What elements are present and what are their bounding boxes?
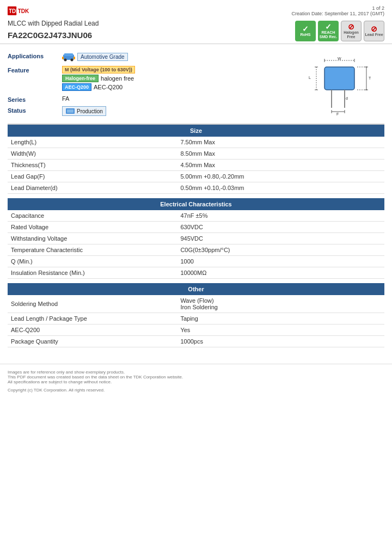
spec-label: Withstanding Voltage bbox=[8, 233, 177, 244]
spec-value: 10000MΩ bbox=[177, 267, 384, 279]
attributes-section: Applications Automotive Grade bbox=[8, 48, 384, 125]
spec-value: 47nF ±5% bbox=[177, 210, 384, 222]
tdk-logo: TDK TDK bbox=[8, 5, 99, 17]
component-diagram-svg: L W F d T bbox=[305, 56, 376, 116]
electrical-table: Capacitance47nF ±5%Rated Voltage630VDCWi… bbox=[8, 210, 384, 279]
spec-label: Temperature Characteristic bbox=[8, 244, 177, 256]
product-type: MLCC with Dipped Radial Lead bbox=[8, 20, 99, 27]
automotive-icon bbox=[62, 52, 75, 62]
compliance-badges: ✓ RoHS ✓ REACH SMD Rec. ⊘ Halogen Free ⊘… bbox=[295, 21, 384, 41]
feature-value: M (Mid Voltage (100 to 630V)) Halogen-fr… bbox=[62, 66, 297, 92]
feature-aec-text: AEC-Q200 bbox=[94, 84, 122, 90]
spec-label: Lead Diameter(d) bbox=[8, 182, 177, 194]
table-row: Length(L)7.50mm Max bbox=[8, 137, 384, 148]
feature-row: Feature M (Mid Voltage (100 to 630V)) Ha… bbox=[8, 66, 297, 92]
tdk-logo-svg: TDK TDK bbox=[8, 5, 35, 17]
spec-value: 4.50mm Max bbox=[177, 160, 384, 171]
table-row: Package Quantity1000pcs bbox=[8, 336, 384, 347]
reach-badge: ✓ REACH SMD Rec. bbox=[318, 21, 339, 41]
feature-halogen-tag: Halogen-free bbox=[62, 75, 99, 82]
table-row: Insulation Resistance (Min.)10000MΩ bbox=[8, 267, 384, 279]
series-row: Series FA bbox=[8, 95, 297, 103]
status-value: Production bbox=[62, 106, 297, 117]
table-row: Rated Voltage630VDC bbox=[8, 222, 384, 233]
spec-value: C0G(0±30ppm/°C) bbox=[177, 244, 384, 256]
spec-value: Yes bbox=[177, 325, 384, 336]
page-info: 1 of 2 Creation Date: September 11, 2017… bbox=[291, 5, 384, 16]
table-row: Width(W)8.50mm Max bbox=[8, 148, 384, 160]
halogen-free-badge: ⊘ Halogen Free bbox=[341, 21, 362, 41]
svg-point-6 bbox=[71, 59, 74, 62]
size-section-header: Size bbox=[8, 125, 384, 137]
feature-hf-text: halogen free bbox=[101, 75, 134, 82]
svg-rect-11 bbox=[324, 67, 354, 90]
rohs-badge: ✓ RoHS bbox=[295, 21, 316, 41]
svg-text:F: F bbox=[336, 112, 339, 116]
spec-label: Width(W) bbox=[8, 148, 177, 160]
applications-value: Automotive Grade bbox=[62, 52, 297, 63]
spec-label: AEC-Q200 bbox=[8, 325, 177, 336]
spec-label: Thickness(T) bbox=[8, 160, 177, 171]
spec-label: Insulation Resistance (Min.) bbox=[8, 267, 177, 279]
footer-copyright: Copyright (c) TDK Corporation. All right… bbox=[8, 388, 384, 393]
status-row: Status Production bbox=[8, 106, 297, 117]
spec-value: 1000 bbox=[177, 256, 384, 267]
spec-label: Capacitance bbox=[8, 210, 177, 222]
table-row: Lead Diameter(d)0.50mm +0.10,-0.03mm bbox=[8, 182, 384, 194]
status-badge: Production bbox=[62, 106, 106, 116]
series-label: Series bbox=[8, 95, 62, 103]
table-row: Temperature CharacteristicC0G(0±30ppm/°C… bbox=[8, 244, 384, 256]
other-section-header: Other bbox=[8, 283, 384, 295]
footer-notes-text: Images are for reference only and show e… bbox=[8, 370, 384, 384]
series-value: FA bbox=[62, 95, 297, 102]
svg-rect-4 bbox=[64, 53, 73, 56]
attributes-left: Applications Automotive Grade bbox=[8, 52, 297, 120]
production-icon bbox=[65, 107, 75, 115]
spec-label: Lead Gap(F) bbox=[8, 171, 177, 182]
spec-value: 630VDC bbox=[177, 222, 384, 233]
applications-label: Applications bbox=[8, 52, 62, 59]
table-row: Lead Length / Package TypeTaping bbox=[8, 313, 384, 325]
main-content: Applications Automotive Grade bbox=[0, 44, 392, 353]
spec-value: 0.50mm +0.10,-0.03mm bbox=[177, 182, 384, 194]
spec-label: Rated Voltage bbox=[8, 222, 177, 233]
other-table: Soldering MethodWave (Flow)Iron Solderin… bbox=[8, 295, 384, 347]
table-row: Q (Min.)1000 bbox=[8, 256, 384, 267]
status-label: Status bbox=[8, 106, 62, 114]
svg-text:d: d bbox=[346, 96, 348, 100]
footer: Images are for reference only and show e… bbox=[0, 364, 392, 398]
size-table: Length(L)7.50mm MaxWidth(W)8.50mm MaxThi… bbox=[8, 137, 384, 194]
lead-free-badge: ⊘ Lead Free bbox=[364, 21, 384, 41]
page-header: TDK TDK MLCC with Dipped Radial Lead FA2… bbox=[0, 0, 392, 44]
spec-value: 5.00mm +0.80,-0.20mm bbox=[177, 171, 384, 182]
spec-label: Package Quantity bbox=[8, 336, 177, 347]
spec-value: 1000pcs bbox=[177, 336, 384, 347]
table-row: Thickness(T)4.50mm Max bbox=[8, 160, 384, 171]
component-diagram: L W F d T bbox=[297, 52, 384, 120]
table-row: Soldering MethodWave (Flow)Iron Solderin… bbox=[8, 295, 384, 313]
spec-value: Wave (Flow)Iron Soldering bbox=[177, 295, 384, 313]
spec-label: Q (Min.) bbox=[8, 256, 177, 267]
table-row: Lead Gap(F)5.00mm +0.80,-0.20mm bbox=[8, 171, 384, 182]
applications-row: Applications Automotive Grade bbox=[8, 52, 297, 63]
table-row: Withstanding Voltage945VDC bbox=[8, 233, 384, 244]
table-row: Capacitance47nF ±5% bbox=[8, 210, 384, 222]
svg-text:W: W bbox=[338, 57, 341, 60]
spec-label: Lead Length / Package Type bbox=[8, 313, 177, 325]
svg-rect-7 bbox=[62, 57, 64, 59]
svg-text:TDK: TDK bbox=[18, 8, 29, 14]
svg-rect-8 bbox=[74, 57, 75, 59]
spec-value: Taping bbox=[177, 313, 384, 325]
spec-label: Soldering Method bbox=[8, 295, 177, 313]
svg-text:L: L bbox=[309, 76, 311, 79]
electrical-section-header: Electrical Characteristics bbox=[8, 198, 384, 210]
spec-value: 7.50mm Max bbox=[177, 137, 384, 148]
applications-tag: Automotive Grade bbox=[77, 53, 128, 61]
table-row: AEC-Q200Yes bbox=[8, 325, 384, 336]
feature-mv-tag: M (Mid Voltage (100 to 630V)) bbox=[62, 66, 135, 74]
spec-value: 945VDC bbox=[177, 233, 384, 244]
spec-label: Length(L) bbox=[8, 137, 177, 148]
svg-rect-10 bbox=[67, 109, 74, 113]
header-right: 1 of 2 Creation Date: September 11, 2017… bbox=[291, 5, 384, 41]
header-left: TDK TDK MLCC with Dipped Radial Lead FA2… bbox=[8, 5, 99, 40]
